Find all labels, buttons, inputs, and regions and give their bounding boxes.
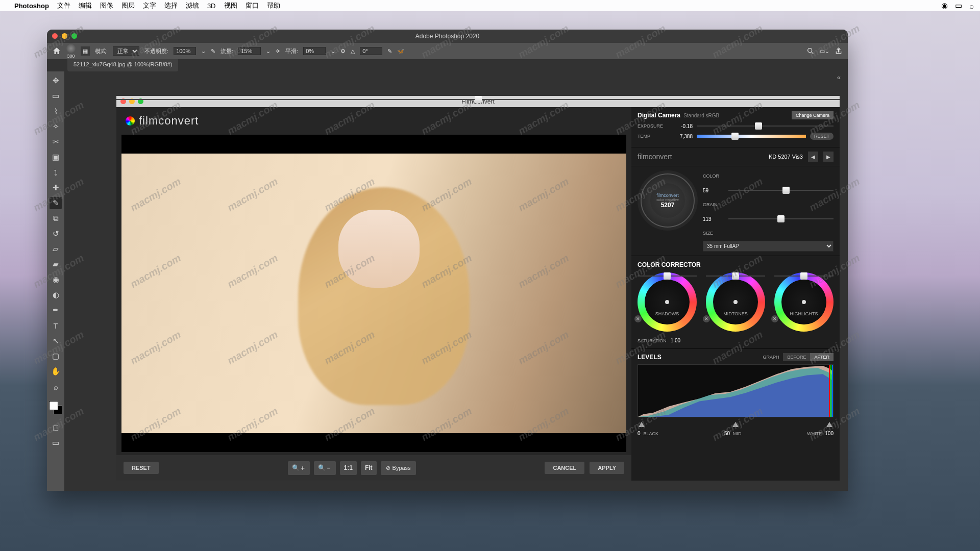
fc-logo: filmconvert xyxy=(116,107,631,135)
levels-slider[interactable] xyxy=(638,420,834,429)
svg-rect-4 xyxy=(832,365,833,417)
brush-tool-icon[interactable]: ✎ xyxy=(50,197,62,209)
size-label: SIZE xyxy=(703,231,732,236)
flow-input[interactable] xyxy=(238,47,261,55)
film-dial[interactable]: filmconvert color negative 5207 xyxy=(638,170,698,231)
pen-tool-icon[interactable]: ✒ xyxy=(50,304,62,316)
type-tool-icon[interactable]: T xyxy=(50,319,62,332)
search-icon[interactable] xyxy=(806,47,815,55)
menu-select[interactable]: 选择 xyxy=(164,1,178,10)
share-icon[interactable] xyxy=(835,47,843,55)
panel-collapse-icon[interactable]: « xyxy=(837,73,841,81)
exposure-slider[interactable] xyxy=(697,122,834,130)
zoom-in-button[interactable]: 🔍＋ xyxy=(288,461,310,475)
bypass-toggle[interactable]: ⊘Bypass xyxy=(381,461,416,475)
ps-titlebar[interactable]: Adobe Photoshop 2020 xyxy=(47,30,848,43)
next-stock-button[interactable]: ▶ xyxy=(823,152,834,162)
shadows-wheel[interactable] xyxy=(638,272,697,332)
reset-button[interactable]: RESET xyxy=(124,462,159,474)
zoom-tool-icon[interactable]: ⌕ xyxy=(50,381,62,393)
eraser-tool-icon[interactable]: ▱ xyxy=(50,243,62,255)
menu-filter[interactable]: 滤镜 xyxy=(186,1,199,10)
color-swatches[interactable] xyxy=(49,401,62,414)
size-select[interactable]: 35 mm FullAP xyxy=(703,241,834,252)
midtones-reset-icon[interactable]: ✕ xyxy=(703,315,710,322)
menu-image[interactable]: 图像 xyxy=(100,1,113,10)
menu-type[interactable]: 文字 xyxy=(143,1,156,10)
smooth-input[interactable] xyxy=(303,47,326,55)
stamp-tool-icon[interactable]: ⧉ xyxy=(50,212,62,224)
wand-tool-icon[interactable]: ✧ xyxy=(50,120,62,133)
highlights-reset-icon[interactable]: ✕ xyxy=(771,315,778,322)
eyedropper-tool-icon[interactable]: ⤵ xyxy=(50,166,62,179)
mode-select[interactable]: 正常 xyxy=(113,46,139,56)
menu-layer[interactable]: 图层 xyxy=(121,1,135,10)
preview-area[interactable] xyxy=(121,135,626,452)
menu-view[interactable]: 视图 xyxy=(224,1,237,10)
color-slider[interactable] xyxy=(728,187,834,194)
cancel-button[interactable]: CANCEL xyxy=(545,462,584,474)
prev-stock-button[interactable]: ◀ xyxy=(808,152,818,162)
move-tool-icon[interactable]: ✥ xyxy=(50,74,62,87)
screenmode-icon[interactable]: ▭ xyxy=(50,437,62,449)
pressure-size-icon[interactable]: ✎ xyxy=(387,48,392,55)
document-tab[interactable]: 52112_xiu7Gq48.jpg @ 100%(RGB/8#) xyxy=(67,59,178,71)
change-camera-button[interactable]: Change Camera xyxy=(792,111,834,119)
gradient-tool-icon[interactable]: ▰ xyxy=(50,258,62,270)
zoom-out-button[interactable]: 🔍－ xyxy=(314,461,336,475)
search-icon[interactable]: ⌕ xyxy=(969,2,974,10)
brush-panel-icon[interactable]: ▦ xyxy=(81,46,90,56)
highlights-wheel[interactable] xyxy=(774,272,834,332)
app-name[interactable]: Photoshop xyxy=(14,2,49,10)
marquee-tool-icon[interactable]: ▭ xyxy=(50,90,62,102)
angle-input[interactable] xyxy=(360,47,382,55)
shadows-reset-icon[interactable]: ✕ xyxy=(634,315,642,322)
home-icon[interactable] xyxy=(52,46,61,56)
screenmode-icon[interactable]: ▭⌄ xyxy=(820,48,829,55)
dodge-tool-icon[interactable]: ◐ xyxy=(50,289,62,301)
midtones-wheel[interactable] xyxy=(706,272,765,332)
exposure-value: -0.18 xyxy=(671,123,693,129)
dropdown-icon[interactable]: ⌄ xyxy=(201,48,206,55)
maximize-icon[interactable] xyxy=(71,33,77,39)
history-brush-icon[interactable]: ↺ xyxy=(50,228,62,240)
apply-button[interactable]: APPLY xyxy=(590,462,624,474)
temp-slider[interactable] xyxy=(697,133,806,140)
dropdown-icon[interactable]: ⌄ xyxy=(331,48,335,55)
brush-preview-icon[interactable] xyxy=(66,44,76,53)
camera-reset-button[interactable]: RESET xyxy=(810,133,834,140)
grain-slider[interactable] xyxy=(728,215,834,222)
healing-tool-icon[interactable]: ✚ xyxy=(50,182,62,194)
close-icon[interactable] xyxy=(52,33,58,39)
screen-record-icon[interactable]: ◉ xyxy=(941,1,948,10)
zoom-fit-button[interactable]: Fit xyxy=(361,461,377,475)
menu-help[interactable]: 帮助 xyxy=(267,1,280,10)
gear-icon[interactable]: ⚙ xyxy=(340,48,346,55)
frame-tool-icon[interactable]: ▣ xyxy=(50,151,62,163)
menu-window[interactable]: 窗口 xyxy=(246,1,259,10)
temp-label: TEMP xyxy=(638,134,667,139)
quickmask-icon[interactable]: ◻ xyxy=(50,421,62,434)
highlights-label: HIGHLIGHTS xyxy=(790,311,818,316)
lasso-tool-icon[interactable]: ⌇ xyxy=(50,105,62,117)
opacity-input[interactable] xyxy=(174,47,196,55)
shape-tool-icon[interactable]: ▢ xyxy=(50,350,62,362)
dropdown-icon[interactable]: ⌄ xyxy=(266,48,271,55)
after-button[interactable]: AFTER xyxy=(810,353,834,361)
minimize-icon[interactable] xyxy=(62,33,67,39)
menu-3d[interactable]: 3D xyxy=(207,2,216,10)
hand-tool-icon[interactable]: ✋ xyxy=(50,365,62,378)
svg-rect-3 xyxy=(830,365,831,417)
symmetry-icon[interactable]: 🦋 xyxy=(397,48,404,55)
before-button[interactable]: BEFORE xyxy=(783,353,810,361)
path-select-icon[interactable]: ↖ xyxy=(50,335,62,347)
blur-tool-icon[interactable]: ◉ xyxy=(50,273,62,286)
zoom-1to1-button[interactable]: 1:1 xyxy=(340,461,357,475)
crop-tool-icon[interactable]: ✂ xyxy=(50,136,62,148)
ps-window-title: Adobe Photoshop 2020 xyxy=(415,33,479,40)
pressure-opacity-icon[interactable]: ✎ xyxy=(211,48,215,55)
display-mirror-icon[interactable]: ▭ xyxy=(955,1,962,10)
menu-edit[interactable]: 编辑 xyxy=(79,1,92,10)
menu-file[interactable]: 文件 xyxy=(57,1,70,10)
airbrush-icon[interactable]: ✈ xyxy=(276,48,280,55)
